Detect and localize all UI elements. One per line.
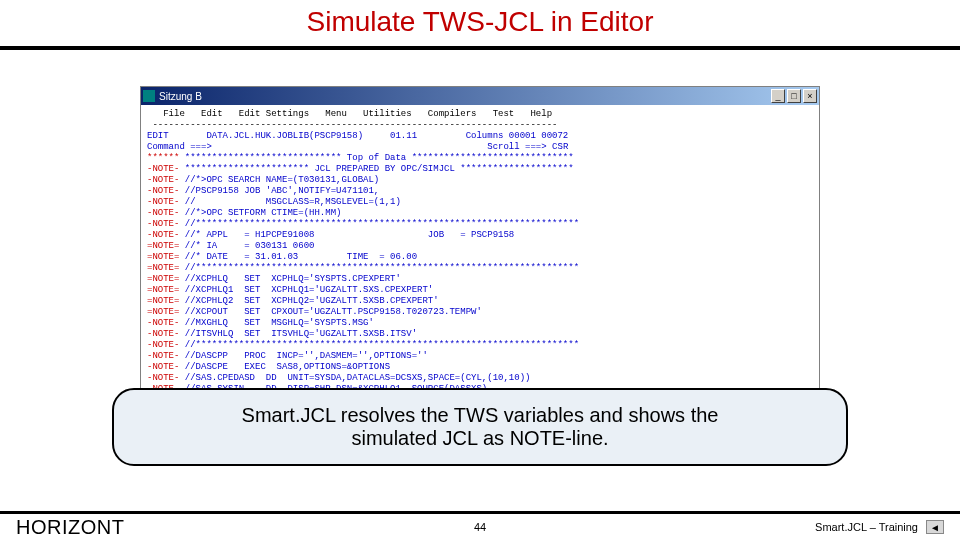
title-underline <box>0 46 960 50</box>
slide-title: Simulate TWS-JCL in Editor <box>307 6 654 37</box>
terminal-body: File Edit Edit Settings Menu Utilities C… <box>141 105 819 415</box>
callout-line2: simulated JCL as NOTE-line. <box>351 427 608 450</box>
maximize-button[interactable]: □ <box>787 89 801 103</box>
footer: HORIZONT 44 Smart.JCL – Training ◄ <box>0 514 960 540</box>
callout-line1: Smart.JCL resolves the TWS variables and… <box>242 404 719 427</box>
window-titlebar: Sitzung B _ □ × <box>141 87 819 105</box>
window-title: Sitzung B <box>159 91 202 102</box>
nav-prev-button[interactable]: ◄ <box>926 520 944 534</box>
close-button[interactable]: × <box>803 89 817 103</box>
page-number: 44 <box>474 521 486 533</box>
footer-right-text: Smart.JCL – Training <box>815 521 918 533</box>
terminal-window: Sitzung B _ □ × File Edit Edit Settings … <box>140 86 820 416</box>
callout-box: Smart.JCL resolves the TWS variables and… <box>112 388 848 466</box>
window-icon <box>143 90 155 102</box>
footer-brand: HORIZONT <box>16 516 124 539</box>
minimize-button[interactable]: _ <box>771 89 785 103</box>
